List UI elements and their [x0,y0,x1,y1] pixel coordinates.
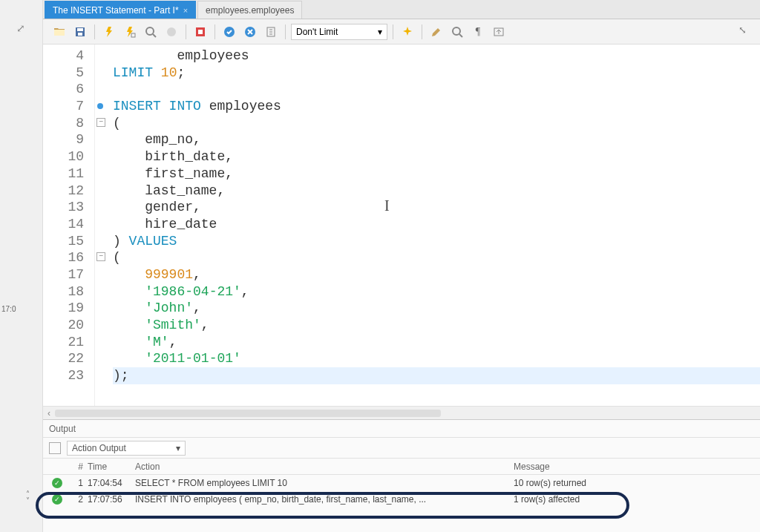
brush-icon[interactable] [428,23,445,41]
sql-toolbar: Don't Limit ▾ ¶ ⤡ [43,19,760,45]
export-icon[interactable] [262,23,280,41]
row-index: 2 [67,494,88,505]
output-grid-header: # Time Action Message [43,459,760,475]
code-line[interactable]: first_name, [113,165,760,183]
fold-column: −− [95,45,108,406]
chevron-down-icon: ▾ [176,443,180,453]
svg-line-5 [153,34,156,37]
rollback-icon[interactable] [241,23,259,41]
tab-bar: The INSERT Statement - Part I* × employe… [43,0,760,19]
toggle-autocommit-icon[interactable] [191,23,209,41]
row-time: 17:04:54 [88,478,135,488]
code-line[interactable]: '1986-04-21', [113,283,760,301]
fold-toggle-icon[interactable]: − [96,118,105,127]
fold-toggle-icon[interactable]: − [96,252,105,261]
editor-horizontal-scrollbar[interactable]: ‹ [43,406,760,419]
col-message-header: Message [514,462,760,472]
expand-panel-icon[interactable]: ⤢ [16,22,25,34]
svg-rect-8 [198,30,203,34]
search-icon[interactable] [448,23,466,41]
code-line[interactable]: ( [113,115,760,132]
tab-label: employees.employees [206,5,294,16]
output-panel-title: Output [43,420,760,438]
chevron-down-icon: ▾ [378,27,382,37]
svg-point-4 [146,27,154,35]
output-grid-body: ✓117:04:54SELECT * FROM employees LIMIT … [43,475,760,508]
code-line[interactable]: ( [113,249,760,266]
pilcrow-icon[interactable]: ¶ [469,23,487,41]
tab-label: The INSERT Statement - Part I* [53,5,179,16]
shortcuts-icon[interactable] [490,23,508,41]
sql-editor[interactable]: 4567891011121314151617181920212223 −− em… [43,45,760,406]
code-line[interactable]: '2011-01-01' [113,350,760,367]
code-line[interactable]: 'M', [113,334,760,351]
open-file-icon[interactable] [50,23,68,41]
output-toolbar: Action Output ▾ [43,438,760,459]
row-index: 1 [67,478,88,488]
code-line[interactable]: birth_date, [113,148,760,165]
scrollbar-track[interactable] [55,410,441,417]
success-icon: ✓ [52,478,62,488]
svg-line-13 [459,34,462,37]
row-message: 1 row(s) affected [514,494,760,505]
beautify-icon[interactable] [399,23,416,41]
close-icon[interactable]: × [183,6,188,15]
output-row[interactable]: ✓217:07:56INSERT INTO employees ( emp_no… [43,491,760,508]
svg-rect-3 [131,33,135,37]
code-line[interactable]: emp_no, [113,131,760,148]
col-action-header: Action [135,462,514,472]
limit-label: Don't Limit [296,27,338,37]
explain-icon[interactable] [142,23,160,41]
breakpoint-dot-icon[interactable] [97,103,103,109]
collapse-icon[interactable]: ⤡ [738,24,747,36]
row-time: 17:07:56 [88,494,135,505]
code-line[interactable]: gender, [113,199,760,216]
svg-point-6 [167,27,176,36]
scroll-left-icon[interactable]: ‹ [48,408,50,418]
commit-icon[interactable] [220,23,238,41]
code-line[interactable]: 'Smith', [113,317,760,334]
tab-employees[interactable]: employees.employees [197,1,302,19]
success-icon: ✓ [52,494,62,505]
save-icon[interactable] [71,23,89,41]
row-action: INSERT INTO employees ( emp_no, birth_da… [135,494,514,505]
svg-point-12 [453,27,460,35]
line-number-gutter: 4567891011121314151617181920212223 [43,45,95,406]
output-copy-icon[interactable] [49,442,61,454]
tab-insert-statement[interactable]: The INSERT Statement - Part I* × [45,1,196,19]
col-num-header: # [67,462,88,472]
code-line[interactable]: ) VALUES [113,233,760,250]
left-panel: ⤢ 17:0 ˄˅ [0,0,43,532]
main-area: The INSERT Statement - Part I* × employe… [43,0,760,532]
side-scroll-arrows[interactable]: ˄˅ [26,490,30,504]
col-time-header: Time [88,462,135,472]
code-area[interactable]: employeesLIMIT 10; INSERT INTO employees… [108,45,760,406]
output-panel: Output Action Output ▾ # Time Action Mes… [43,419,760,532]
code-line[interactable]: last_name, [113,183,760,200]
output-mode-label: Action Output [72,443,126,453]
text-cursor-icon: I [384,197,390,214]
svg-rect-1 [77,28,83,31]
stop-icon[interactable] [163,23,180,41]
side-time-chip: 17:0 [1,305,16,313]
svg-rect-2 [78,33,82,36]
code-line[interactable] [113,81,760,98]
execute-icon[interactable] [100,23,118,41]
code-line[interactable]: ); [113,367,760,384]
code-line[interactable]: 999901, [113,266,760,283]
code-line[interactable]: employees [113,47,760,65]
execute-current-icon[interactable] [121,23,139,41]
code-line[interactable]: INSERT INTO employees [113,98,760,115]
code-line[interactable]: hire_date [113,216,760,233]
output-mode-dropdown[interactable]: Action Output ▾ [67,441,186,456]
row-message: 10 row(s) returned [514,478,760,488]
code-line[interactable]: LIMIT 10; [113,65,760,82]
limit-rows-dropdown[interactable]: Don't Limit ▾ [291,24,387,40]
output-row[interactable]: ✓117:04:54SELECT * FROM employees LIMIT … [43,475,760,491]
row-action: SELECT * FROM employees LIMIT 10 [135,478,514,488]
code-line[interactable]: 'John', [113,300,760,317]
